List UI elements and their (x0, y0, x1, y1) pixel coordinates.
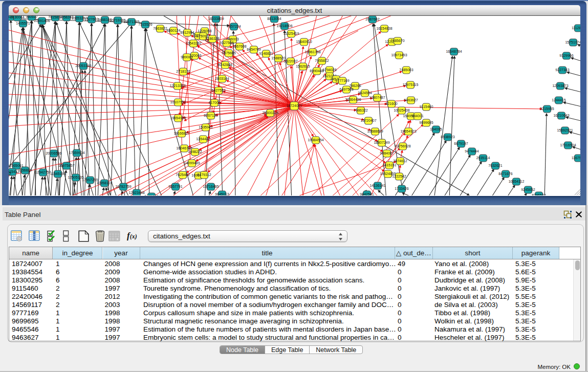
svg-text:19654923: 19654923 (400, 129, 416, 133)
svg-text:18807249: 18807249 (374, 141, 389, 144)
svg-text:12342757: 12342757 (35, 170, 51, 174)
svg-text:17359934: 17359934 (69, 151, 84, 155)
svg-text:10961758: 10961758 (304, 50, 320, 54)
svg-text:10543382: 10543382 (185, 41, 201, 45)
svg-text:9227343: 9227343 (555, 68, 569, 72)
svg-text:8990448: 8990448 (310, 69, 323, 73)
svg-text:7986322: 7986322 (354, 108, 367, 112)
svg-text:20053346: 20053346 (75, 64, 91, 68)
svg-text:9645013: 9645013 (215, 192, 229, 195)
svg-text:17016504: 17016504 (560, 143, 576, 147)
svg-text:19218506: 19218506 (276, 24, 292, 28)
svg-text:9329966: 9329966 (559, 54, 573, 57)
svg-text:2803144: 2803144 (215, 77, 229, 80)
svg-text:15716485: 15716485 (203, 185, 219, 188)
svg-text:417006: 417006 (208, 101, 220, 104)
svg-text:19384554: 19384554 (308, 138, 323, 142)
svg-text:11545194: 11545194 (50, 172, 66, 176)
svg-text:7485670: 7485670 (390, 39, 404, 42)
svg-text:15692921: 15692921 (557, 128, 573, 132)
svg-text:2087682: 2087682 (365, 17, 379, 21)
svg-text:9146821: 9146821 (259, 52, 273, 55)
svg-text:1354422: 1354422 (196, 137, 210, 141)
svg-text:1222542: 1222542 (392, 174, 406, 178)
svg-text:7625402: 7625402 (176, 173, 189, 177)
svg-text:16046788: 16046788 (176, 146, 192, 150)
svg-text:14136141: 14136141 (369, 184, 385, 187)
svg-text:1405571: 1405571 (16, 21, 30, 25)
svg-text:1156829: 1156829 (18, 168, 32, 172)
svg-text:746266: 746266 (349, 84, 361, 87)
svg-text:10973493: 10973493 (391, 53, 407, 57)
svg-text:9084067: 9084067 (380, 151, 394, 155)
svg-text:9245652: 9245652 (521, 188, 535, 191)
svg-text:9463627: 9463627 (404, 98, 418, 102)
svg-text:9327508: 9327508 (220, 41, 233, 45)
svg-text:19166827: 19166827 (173, 132, 189, 135)
svg-text:1167533: 1167533 (572, 156, 580, 160)
svg-text:6794028: 6794028 (322, 68, 336, 72)
svg-text:10107552: 10107552 (170, 100, 186, 104)
svg-text:1733426: 1733426 (395, 187, 408, 190)
svg-text:8427552: 8427552 (211, 89, 225, 92)
svg-text:7857224: 7857224 (227, 25, 241, 28)
svg-text:15751074: 15751074 (565, 40, 580, 44)
svg-text:2130044: 2130044 (10, 16, 24, 19)
svg-text:20206536: 20206536 (46, 151, 61, 155)
svg-text:5322037: 5322037 (284, 59, 297, 63)
svg-text:9115460: 9115460 (420, 105, 433, 108)
svg-text:16782759: 16782759 (115, 185, 131, 188)
svg-text:1535941: 1535941 (199, 125, 212, 129)
svg-text:16671385: 16671385 (123, 20, 139, 24)
svg-text:1112873: 1112873 (572, 26, 580, 30)
svg-text:10025438: 10025438 (394, 108, 409, 112)
svg-text:9242848: 9242848 (218, 63, 232, 67)
svg-text:3624554: 3624554 (358, 91, 372, 95)
svg-text:2935114: 2935114 (476, 156, 490, 160)
svg-text:16033809: 16033809 (208, 17, 224, 20)
svg-text:8479312: 8479312 (197, 173, 211, 177)
svg-text:7955812: 7955812 (315, 59, 329, 62)
svg-text:7485003: 7485003 (399, 68, 413, 72)
svg-text:2074612: 2074612 (393, 159, 407, 163)
svg-text:16154838: 16154838 (376, 27, 392, 30)
svg-text:2867608: 2867608 (232, 45, 246, 48)
svg-text:1244415: 1244415 (552, 98, 565, 102)
svg-text:621600: 621600 (385, 102, 397, 105)
svg-text:1905135: 1905135 (9, 171, 11, 175)
svg-text:12975115: 12975115 (403, 83, 419, 86)
svg-text:989083: 989083 (181, 55, 192, 59)
svg-text:16648784: 16648784 (446, 50, 462, 53)
svg-text:9657791: 9657791 (168, 185, 182, 188)
svg-text:10756928: 10756928 (395, 144, 410, 148)
svg-text:1527602: 1527602 (84, 17, 98, 21)
svg-text:9642541: 9642541 (360, 192, 374, 195)
svg-text:11325419: 11325419 (284, 32, 299, 35)
svg-text:12505135: 12505135 (68, 176, 83, 179)
svg-text:960537: 960537 (26, 16, 37, 18)
svg-text:6679197: 6679197 (454, 142, 468, 145)
svg-text:12093873: 12093873 (552, 84, 568, 87)
svg-text:17957255: 17957255 (82, 178, 98, 182)
svg-text:10688609: 10688609 (367, 129, 383, 133)
svg-text:7632621: 7632621 (488, 164, 502, 167)
svg-text:14099489: 14099489 (184, 161, 200, 165)
svg-text:6497568: 6497568 (339, 87, 353, 91)
svg-text:12213389: 12213389 (169, 84, 185, 87)
svg-text:3215955: 3215955 (540, 107, 554, 111)
svg-text:984001: 984001 (411, 114, 423, 118)
svg-text:8860124: 8860124 (166, 29, 180, 32)
svg-text:7663822: 7663822 (153, 27, 167, 30)
svg-text:8267130: 8267130 (204, 114, 217, 117)
svg-text:25300215: 25300215 (262, 111, 278, 115)
svg-text:7510012: 7510012 (9, 164, 10, 168)
svg-text:12923448: 12923448 (128, 191, 144, 194)
svg-text:19654985: 19654985 (170, 116, 186, 120)
svg-text:7515526: 7515526 (138, 23, 152, 26)
svg-text:10958107: 10958107 (96, 181, 112, 185)
svg-text:9474444: 9474444 (465, 149, 478, 153)
svg-text:1562615: 1562615 (296, 64, 310, 68)
svg-text:8471203: 8471203 (144, 194, 158, 195)
svg-text:1615151: 1615151 (382, 163, 396, 167)
svg-text:18724007: 18724007 (286, 104, 302, 107)
